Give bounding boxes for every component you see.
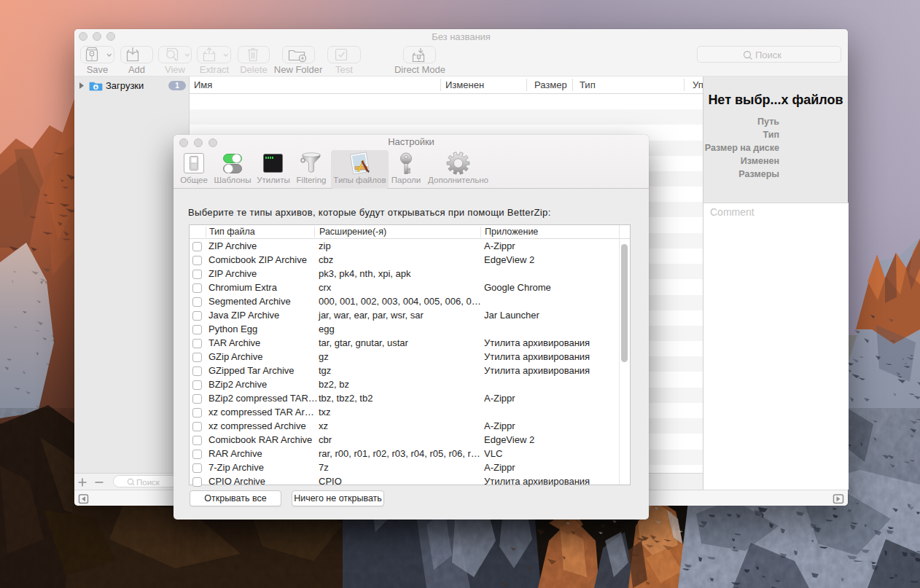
svg-text:Поиск: Поиск — [136, 478, 160, 487]
svg-text:Поиск: Поиск — [755, 50, 781, 60]
